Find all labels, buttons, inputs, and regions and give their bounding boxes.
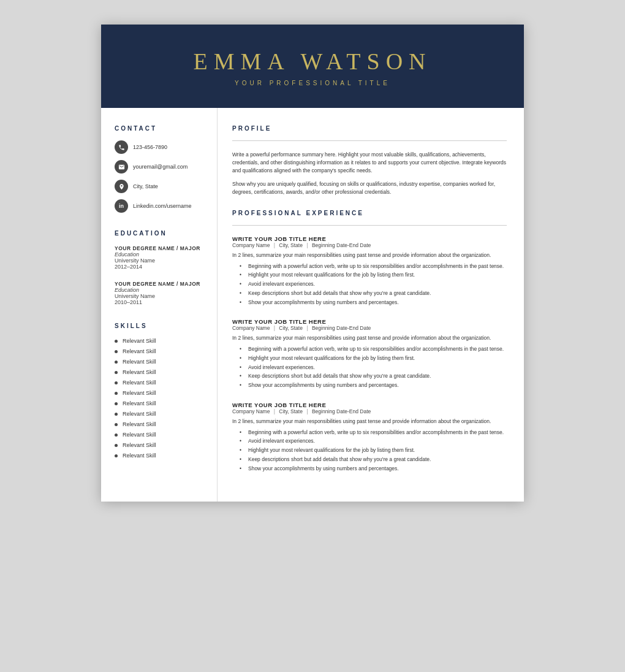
skill-bullet xyxy=(115,423,118,426)
skill-item: Relevant Skill xyxy=(115,380,205,386)
education-section: EDUCATION YOUR DEGREE NAME / MAJOR Educa… xyxy=(115,230,205,305)
skill-text: Relevant Skill xyxy=(123,442,156,448)
skill-text: Relevant Skill xyxy=(123,421,156,427)
skill-bullet xyxy=(115,413,118,416)
edu-year-1: 2012–2014 xyxy=(115,264,205,270)
skill-text: Relevant Skill xyxy=(123,411,156,417)
skill-bullet xyxy=(115,433,118,437)
contact-phone: 123-456-7890 xyxy=(115,140,205,154)
skill-text: Relevant Skill xyxy=(123,348,156,354)
experience-heading: PROFESSIONAL EXPERIENCE xyxy=(232,210,507,219)
exp-bullet: Avoid irrelevant experiences. xyxy=(242,280,507,288)
exp-bullet: Show your accomplishments by using numbe… xyxy=(242,299,507,307)
resume-document: EMMA WATSON YOUR PROFESSIONAL TITLE CONT… xyxy=(101,25,524,502)
skill-bullet xyxy=(115,402,118,405)
edu-type-1: Education xyxy=(115,251,205,258)
skill-text: Relevant Skill xyxy=(123,338,156,344)
education-entry-2: YOUR DEGREE NAME / MAJOR Education Unive… xyxy=(115,281,205,305)
professional-title: YOUR PROFESSIONAL TITLE xyxy=(113,80,512,86)
exp-summary: In 2 lines, summarize your main responsi… xyxy=(232,334,507,342)
skill-text: Relevant Skill xyxy=(123,390,156,396)
exp-company-line: Company Name | City, State | Beginning D… xyxy=(232,325,507,331)
exp-company-line: Company Name | City, State | Beginning D… xyxy=(232,242,507,248)
experience-divider xyxy=(232,225,507,226)
email-icon xyxy=(115,160,128,174)
edu-school-2: University Name xyxy=(115,293,205,299)
skill-text: Relevant Skill xyxy=(123,369,156,375)
experience-entry-1: WRITE YOUR JOB TITLE HERE Company Name |… xyxy=(232,235,507,307)
skill-bullet xyxy=(115,350,118,353)
profile-para-1: Write a powerful performance summary her… xyxy=(232,151,507,175)
left-column: CONTACT 123-456-7890 youremail@gmail.com xyxy=(101,108,218,502)
pipe-separator: | xyxy=(274,325,275,331)
exp-bullets: Beginning with a powerful action verb, w… xyxy=(232,262,507,307)
exp-bullets: Beginning with a powerful action verb, w… xyxy=(232,429,507,473)
exp-summary: In 2 lines, summarize your main responsi… xyxy=(232,251,507,259)
experience-entry-2: WRITE YOUR JOB TITLE HERE Company Name |… xyxy=(232,318,507,389)
candidate-name: EMMA WATSON xyxy=(113,48,512,75)
skill-text: Relevant Skill xyxy=(123,380,156,386)
exp-bullet: Keep descriptions short but add details … xyxy=(242,456,507,464)
pipe-separator-2: | xyxy=(306,242,308,248)
skill-item: Relevant Skill xyxy=(115,411,205,417)
skill-text: Relevant Skill xyxy=(123,452,156,459)
exp-bullet: Highlight your most relevant qualificati… xyxy=(242,446,507,454)
edu-school-1: University Name xyxy=(115,258,205,264)
skill-item: Relevant Skill xyxy=(115,452,205,459)
skill-bullet xyxy=(115,340,118,343)
skill-text: Relevant Skill xyxy=(123,400,156,407)
exp-job-title: WRITE YOUR JOB TITLE HERE xyxy=(232,235,507,242)
pipe-separator: | xyxy=(274,408,275,414)
phone-icon xyxy=(115,140,128,154)
exp-job-title: WRITE YOUR JOB TITLE HERE xyxy=(232,318,507,325)
skill-bullet xyxy=(115,392,118,395)
edu-degree-1: YOUR DEGREE NAME / MAJOR xyxy=(115,245,205,251)
exp-bullet: Beginning with a powerful action verb, w… xyxy=(242,345,507,353)
phone-text: 123-456-7890 xyxy=(133,144,167,150)
linkedin-icon: in xyxy=(115,199,128,213)
profile-heading: PROFILE xyxy=(232,125,507,134)
edu-degree-2: YOUR DEGREE NAME / MAJOR xyxy=(115,281,205,287)
edu-type-2: Education xyxy=(115,287,205,293)
exp-bullet: Avoid irrelevant experiences. xyxy=(242,364,507,372)
skill-item: Relevant Skill xyxy=(115,369,205,375)
contact-linkedin: in Linkedin.com/username xyxy=(115,199,205,213)
skill-item: Relevant Skill xyxy=(115,359,205,365)
exp-summary: In 2 lines, summarize your main responsi… xyxy=(232,418,507,426)
experience-entry-3: WRITE YOUR JOB TITLE HERE Company Name |… xyxy=(232,402,507,473)
exp-bullet: Beginning with a powerful action verb, w… xyxy=(242,429,507,437)
skill-item: Relevant Skill xyxy=(115,348,205,354)
contact-location: City, State xyxy=(115,180,205,193)
exp-bullet: Keep descriptions short but add details … xyxy=(242,289,507,297)
skill-item: Relevant Skill xyxy=(115,432,205,438)
pipe-separator-2: | xyxy=(306,325,308,331)
skill-bullet xyxy=(115,371,118,374)
resume-header: EMMA WATSON YOUR PROFESSIONAL TITLE xyxy=(101,25,524,108)
skills-section: SKILLS Relevant SkillRelevant SkillRelev… xyxy=(115,323,205,459)
skill-item: Relevant Skill xyxy=(115,400,205,407)
skill-item: Relevant Skill xyxy=(115,390,205,396)
skill-item: Relevant Skill xyxy=(115,421,205,427)
exp-company-line: Company Name | City, State | Beginning D… xyxy=(232,408,507,414)
linkedin-text: Linkedin.com/username xyxy=(133,203,192,209)
exp-bullet: Show your accomplishments by using numbe… xyxy=(242,381,507,389)
exp-job-title: WRITE YOUR JOB TITLE HERE xyxy=(232,402,507,408)
skill-item: Relevant Skill xyxy=(115,338,205,344)
exp-bullet: Show your accomplishments by using numbe… xyxy=(242,465,507,473)
skill-bullet xyxy=(115,454,118,457)
exp-bullet: Highlight your most relevant qualificati… xyxy=(242,271,507,279)
skill-bullet xyxy=(115,444,118,447)
education-entry-1: YOUR DEGREE NAME / MAJOR Education Unive… xyxy=(115,245,205,270)
exp-bullets: Beginning with a powerful action verb, w… xyxy=(232,345,507,389)
edu-year-2: 2010–2011 xyxy=(115,299,205,305)
skill-bullet xyxy=(115,381,118,384)
contact-section: CONTACT 123-456-7890 youremail@gmail.com xyxy=(115,125,205,213)
education-heading: EDUCATION xyxy=(115,230,205,237)
skill-item: Relevant Skill xyxy=(115,442,205,448)
pipe-separator: | xyxy=(274,242,275,248)
skills-heading: SKILLS xyxy=(115,323,205,329)
experience-list: WRITE YOUR JOB TITLE HERE Company Name |… xyxy=(232,235,507,473)
email-text: youremail@gmail.com xyxy=(133,164,188,170)
pipe-separator-2: | xyxy=(306,408,308,414)
contact-heading: CONTACT xyxy=(115,125,205,132)
